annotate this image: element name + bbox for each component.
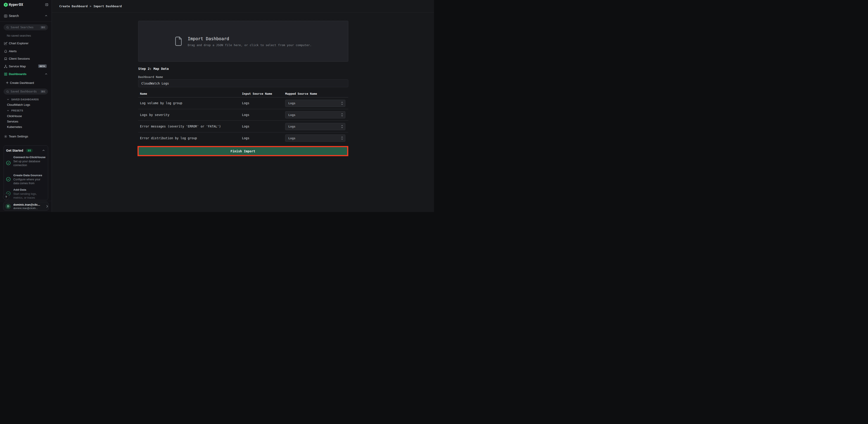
mapped-source-select[interactable]: Logs (285, 100, 345, 107)
search-icon (6, 26, 9, 29)
collapse-sidebar-icon[interactable] (45, 3, 49, 6)
item-title: Connect to ClickHouse (13, 155, 46, 159)
mapped-source-select[interactable]: Logs (285, 123, 345, 130)
mapping-table: Log volume by log group Logs Logs Logs b… (138, 97, 348, 144)
row-name: Error distribution by log group (140, 132, 197, 144)
section-saved-dashboards[interactable]: SAVED DASHBOARDS (7, 98, 39, 101)
chevron-right-icon (46, 205, 48, 208)
select-value: Logs (285, 101, 296, 105)
table-row: Error messages (severity 'ERROR' or 'FAT… (138, 121, 348, 132)
select-carets-icon (341, 113, 343, 117)
sidebar: HyperDX Search ⌘K No saved searches (0, 0, 52, 212)
get-started-title: Get Started (6, 149, 23, 152)
item-desc: Configure where your data comes from (13, 177, 46, 185)
chevron-up-icon (45, 73, 47, 75)
check-circle-icon (6, 161, 11, 165)
item-title: Create Data Sources (13, 173, 46, 177)
row-name: Logs by severity (140, 109, 169, 121)
app-title: HyperDX (9, 3, 23, 7)
sidebar-item-label: Client Sessions (9, 57, 30, 60)
sidebar-item-label: Dashboards (9, 72, 27, 76)
section-presets[interactable]: PRESETS (7, 109, 23, 112)
user-menu[interactable]: D dominic.tran@clic... dominic.tran@clic… (3, 202, 49, 210)
get-started-progress-badge: 3/3 (26, 149, 33, 152)
table-row: Log volume by log group Logs Logs (138, 97, 348, 109)
sidebar-item-alerts[interactable]: Alerts (0, 48, 52, 54)
mapping-table-header: Name Input Source Name Mapped Source Nam… (138, 92, 348, 97)
row-input-source: Logs (242, 121, 249, 132)
help-label: ? (5, 195, 7, 199)
select-value: Logs (285, 113, 296, 117)
breadcrumb-separator: > (90, 4, 91, 8)
help-button[interactable]: ? (3, 194, 9, 200)
column-header-mapped-source: Mapped Source Name (285, 92, 317, 95)
mapped-source-select[interactable]: Logs (285, 111, 345, 119)
user-name: dominic.tran@clic... (13, 203, 43, 206)
chevron-down-icon (7, 99, 9, 100)
get-started-item-sources[interactable]: Create Data Sources Configure where your… (13, 173, 46, 185)
search-panel-icon (4, 14, 7, 18)
service-map-icon (4, 64, 7, 68)
hyperdx-logo-icon (4, 2, 8, 7)
breadcrumb-import-dashboard: Import Dashboard (93, 4, 122, 8)
bell-icon (4, 49, 7, 53)
sidebar-item-chart-explorer[interactable]: Chart Explorer (0, 40, 52, 46)
item-title: Add Data (13, 188, 46, 192)
sidebar-item-clickhouse[interactable]: ClickHouse (7, 115, 22, 118)
dashboard-name-label: Dashboard Name (138, 75, 163, 79)
select-carets-icon (341, 125, 343, 128)
create-dashboard-button[interactable]: Create Dashboard (0, 80, 52, 86)
sidebar-item-team-settings[interactable]: Team Settings (0, 133, 52, 139)
sidebar-item-kubernetes[interactable]: Kubernetes (7, 125, 22, 129)
chevron-down-icon (7, 110, 9, 111)
sidebar-item-service-map[interactable]: Service Map BETA (0, 63, 52, 69)
check-circle-icon (6, 177, 11, 182)
file-icon (175, 37, 182, 46)
sidebar-item-cloudwatch-logs[interactable]: CloudWatch Logs (7, 103, 30, 106)
dashboard-name-input[interactable] (138, 79, 348, 87)
select-value: Logs (285, 136, 296, 140)
breadcrumb-create-dashboard[interactable]: Create Dashboard (59, 4, 88, 8)
saved-dashboards-search[interactable]: ⌘K (4, 89, 48, 95)
chart-explorer-icon (4, 41, 7, 45)
row-name: Error messages (severity 'ERROR' or 'FAT… (140, 121, 221, 132)
sidebar-item-label: Alerts (9, 50, 17, 53)
select-carets-icon (341, 136, 343, 140)
saved-dashboards-input[interactable] (10, 90, 38, 93)
plus-icon (6, 81, 9, 84)
column-header-name: Name (140, 92, 147, 95)
section-title: PRESETS (11, 109, 23, 112)
beta-badge: BETA (38, 64, 46, 68)
select-carets-icon (341, 101, 343, 105)
dashboard-name-field (138, 79, 348, 87)
get-started-item-add-data[interactable]: Add Data Start sending logs, metrics, or… (13, 188, 46, 200)
item-desc: Set up your database connection (13, 160, 46, 167)
chevron-up-icon[interactable] (42, 150, 45, 151)
sidebar-item-client-sessions[interactable]: Client Sessions (0, 55, 52, 62)
saved-searches-search[interactable]: ⌘K (4, 24, 48, 30)
annotation-highlight-box: Finish Import (137, 146, 348, 156)
import-dropzone[interactable]: Import Dashboard Drag and drop a JSON fi… (138, 21, 348, 62)
app-window: HyperDX Search ⌘K No saved searches (0, 0, 434, 212)
finish-import-button[interactable]: Finish Import (138, 147, 347, 155)
item-desc: Start sending logs, metrics, or traces (13, 192, 46, 200)
section-title: SAVED DASHBOARDS (11, 98, 39, 101)
dropzone-title: Import Dashboard (188, 36, 312, 41)
get-started-item-connect[interactable]: Connect to ClickHouse Set up your databa… (13, 155, 46, 167)
column-header-input-source: Input Source Name (242, 92, 272, 95)
mapped-source-select[interactable]: Logs (285, 134, 345, 142)
select-value: Logs (285, 125, 296, 128)
create-dashboard-label: Create Dashboard (10, 81, 34, 85)
row-input-source: Logs (242, 109, 249, 121)
sidebar-item-services[interactable]: Services (7, 120, 18, 123)
laptop-icon (4, 57, 7, 61)
sidebar-item-search[interactable]: Search (0, 13, 52, 19)
saved-searches-input[interactable] (10, 26, 38, 29)
avatar: D (5, 204, 11, 209)
row-name: Log volume by log group (140, 97, 182, 109)
row-input-source: Logs (242, 97, 249, 109)
table-row: Error distribution by log group Logs Log… (138, 132, 348, 144)
dashboards-icon (4, 72, 7, 76)
sidebar-item-dashboards[interactable]: Dashboards (0, 71, 52, 77)
row-input-source: Logs (242, 132, 249, 144)
